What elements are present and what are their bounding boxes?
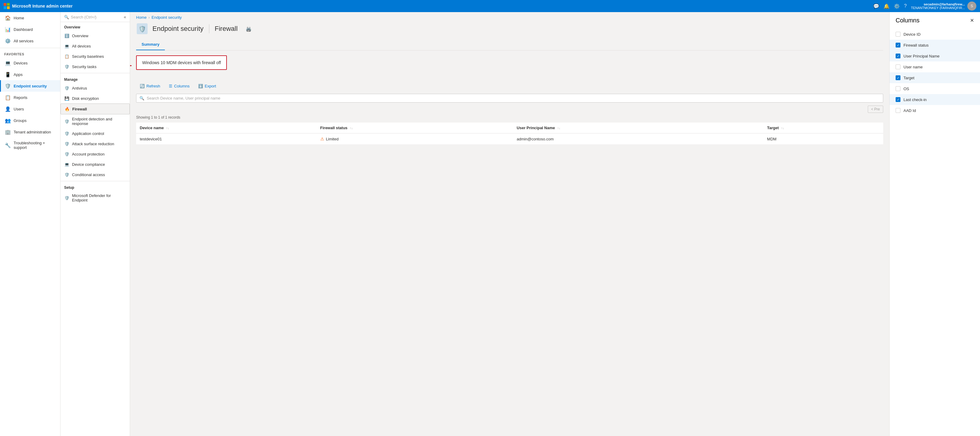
- sub-sidebar-security-baselines[interactable]: 📋 Security baselines: [60, 51, 130, 61]
- sidebar-label-troubleshooting: Troubleshooting + support: [14, 141, 56, 150]
- sidebar-label-users: Users: [14, 107, 24, 111]
- col-option-aad-id[interactable]: AAD Id: [889, 105, 980, 116]
- refresh-button[interactable]: 🔄 Refresh: [136, 82, 164, 90]
- sidebar-item-users[interactable]: 👤 Users: [0, 103, 60, 115]
- toolbar: 🔄 Refresh ☰ Columns ⬇️ Export: [136, 82, 883, 90]
- export-button[interactable]: ⬇️ Export: [194, 82, 220, 90]
- sub-sidebar-antivirus[interactable]: 🛡️ Antivirus: [60, 83, 130, 93]
- print-icon[interactable]: 🖨️: [246, 26, 251, 32]
- sub-sidebar-edr[interactable]: 🛡️ Endpoint detection and response: [60, 115, 130, 128]
- col-option-upn[interactable]: ✓ User Principal Name: [889, 51, 980, 61]
- col-checkbox-upn[interactable]: ✓: [896, 54, 900, 58]
- manage-section-label: Manage: [60, 75, 130, 83]
- export-label: Export: [205, 84, 216, 88]
- feedback-button[interactable]: 💬: [873, 3, 879, 9]
- col-checkbox-device-id[interactable]: [896, 32, 900, 37]
- col-option-os[interactable]: OS: [889, 83, 980, 94]
- sub-sidebar-label-conditional-access: Conditional access: [72, 172, 105, 177]
- col-checkbox-user-name[interactable]: [896, 64, 900, 69]
- col-checkbox-os[interactable]: [896, 86, 900, 91]
- report-card[interactable]: Windows 10 MDM devices with firewall off: [136, 56, 227, 70]
- disk-encryption-icon: 💾: [64, 95, 70, 101]
- sort-icon-target: ↑↓: [781, 126, 784, 130]
- sidebar-item-tenant-admin[interactable]: 🏢 Tenant administration: [0, 126, 60, 138]
- cell-device-name: testdevice01: [136, 134, 317, 145]
- sidebar-item-all-services[interactable]: ⚙️ All services: [0, 35, 60, 46]
- col-header-upn[interactable]: User Principal Name ↑↓: [513, 123, 764, 134]
- cell-upn: admin@contoso.com: [513, 134, 764, 145]
- sub-sidebar-all-devices[interactable]: 💻 All devices: [60, 41, 130, 51]
- sub-sidebar-label-edr: Endpoint detection and response: [72, 117, 126, 126]
- sidebar-item-endpoint-security[interactable]: 🛡️ Endpoint security: [0, 80, 60, 92]
- col-checkbox-firewall-status[interactable]: ✓: [896, 43, 900, 48]
- sub-sidebar-search-area: 🔍 «: [60, 12, 130, 22]
- sub-sidebar-search-input[interactable]: [71, 15, 122, 19]
- sub-sidebar-device-compliance[interactable]: 💻 Device compliance: [60, 159, 130, 169]
- col-checkbox-last-checkin[interactable]: ✓: [896, 97, 900, 102]
- columns-panel-header: Columns ✕: [889, 12, 980, 29]
- col-option-firewall-status[interactable]: ✓ Firewall status: [889, 40, 980, 51]
- sidebar-item-dashboard[interactable]: 📊 Dashboard: [0, 24, 60, 35]
- help-button[interactable]: ?: [904, 3, 907, 9]
- col-checkbox-aad-id[interactable]: [896, 108, 900, 113]
- sub-sidebar-label-app-control: Application control: [72, 131, 104, 136]
- sub-sidebar-ms-defender[interactable]: 🛡️ Microsoft Defender for Endpoint: [60, 191, 130, 205]
- col-option-target[interactable]: ✓ Target: [889, 72, 980, 83]
- columns-label: Columns: [174, 84, 190, 88]
- sub-sidebar-attack-surface[interactable]: 🛡️ Attack surface reduction: [60, 138, 130, 149]
- col-option-device-id[interactable]: Device ID: [889, 29, 980, 40]
- top-bar-actions: 💬 🔔 ⚙️ ? secadmin@farhanqfirew... TENANT…: [873, 2, 976, 11]
- sub-sidebar-firewall[interactable]: 🔥 Firewall: [60, 103, 130, 115]
- sidebar-item-home[interactable]: 🏠 Home: [0, 12, 60, 24]
- col-header-device-name[interactable]: Device name ↑↓: [136, 123, 317, 134]
- table-row[interactable]: testdevice01 ⚠ Limited admin@contoso.com…: [136, 134, 883, 145]
- summary-tabs: Summary: [136, 39, 883, 51]
- col-checkbox-target[interactable]: ✓: [896, 75, 900, 80]
- device-search-input[interactable]: [147, 96, 880, 100]
- settings-button[interactable]: ⚙️: [894, 3, 900, 9]
- app-logo: [4, 3, 10, 9]
- columns-button[interactable]: ☰ Columns: [165, 82, 193, 90]
- sidebar-item-groups[interactable]: 👥 Groups: [0, 115, 60, 126]
- breadcrumb-home[interactable]: Home: [136, 15, 147, 20]
- tenant-admin-icon: 🏢: [5, 129, 11, 135]
- sub-sidebar: 🔍 « Overview ℹ️ Overview 💻 All devices 📋…: [60, 12, 130, 436]
- breadcrumb-section[interactable]: Endpoint security: [151, 15, 182, 20]
- avatar[interactable]: S: [967, 2, 976, 11]
- sub-sidebar-account-protection[interactable]: 🛡️ Account protection: [60, 149, 130, 159]
- col-label-firewall-status: Firewall status: [904, 43, 929, 48]
- sub-sidebar-conditional-access[interactable]: 🛡️ Conditional access: [60, 169, 130, 180]
- col-header-firewall-status[interactable]: Firewall status ↑↓: [317, 123, 513, 134]
- sidebar-item-devices[interactable]: 💻 Devices: [0, 57, 60, 69]
- prev-page-button[interactable]: < Pre: [868, 106, 883, 113]
- antivirus-icon: 🛡️: [64, 85, 70, 91]
- sub-sidebar-disk-encryption[interactable]: 💾 Disk encryption: [60, 93, 130, 103]
- notifications-button[interactable]: 🔔: [883, 3, 889, 9]
- col-label-os: OS: [904, 86, 909, 91]
- col-header-target[interactable]: Target ↑↓: [764, 123, 883, 134]
- page-header-divider: [209, 24, 209, 33]
- sidebar-item-apps[interactable]: 📱 Apps: [0, 69, 60, 80]
- tab-summary[interactable]: Summary: [136, 39, 165, 50]
- security-tasks-icon: 🛡️: [64, 64, 70, 69]
- sidebar-item-reports[interactable]: 📋 Reports: [0, 92, 60, 103]
- attack-surface-icon: 🛡️: [64, 141, 70, 146]
- firewall-icon: 🔥: [64, 106, 70, 111]
- refresh-icon: 🔄: [140, 84, 145, 88]
- app-control-icon: 🛡️: [64, 131, 70, 136]
- sub-sidebar-overview[interactable]: ℹ️ Overview: [60, 30, 130, 41]
- home-icon: 🏠: [5, 15, 11, 21]
- edr-icon: 🛡️: [64, 119, 70, 124]
- col-option-last-checkin[interactable]: ✓ Last check-in: [889, 94, 980, 105]
- sub-sidebar-app-control[interactable]: 🛡️ Application control: [60, 128, 130, 138]
- main-page: Home › Endpoint security 🛡️ Endpoint sec…: [130, 12, 889, 436]
- sidebar-item-troubleshooting[interactable]: 🔧 Troubleshooting + support: [0, 138, 60, 153]
- col-option-user-name[interactable]: User name: [889, 61, 980, 72]
- endpoint-security-header-icon: 🛡️: [136, 23, 148, 35]
- sub-sidebar-label-account-protection: Account protection: [72, 152, 105, 156]
- columns-panel-close-button[interactable]: ✕: [970, 18, 974, 23]
- sub-sidebar-security-tasks[interactable]: 🛡️ Security tasks: [60, 61, 130, 72]
- collapse-icon[interactable]: «: [124, 14, 126, 19]
- sub-sidebar-label-attack-surface: Attack surface reduction: [72, 142, 114, 146]
- svg-rect-1: [7, 3, 10, 6]
